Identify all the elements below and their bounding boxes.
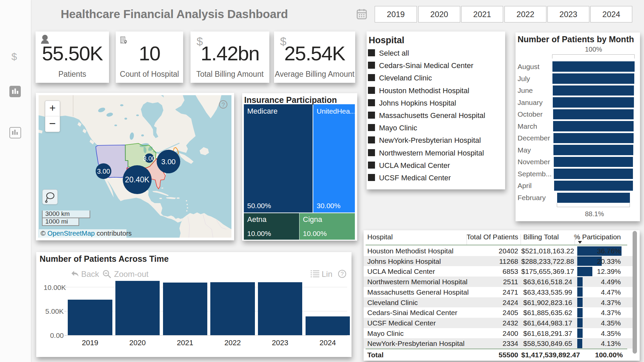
svg-text:20.40K: 20.40K: [125, 175, 150, 184]
svg-text:3.00: 3.00: [143, 155, 155, 162]
svg-text:3.00: 3.00: [97, 168, 110, 175]
svg-text:3.00: 3.00: [161, 158, 176, 166]
